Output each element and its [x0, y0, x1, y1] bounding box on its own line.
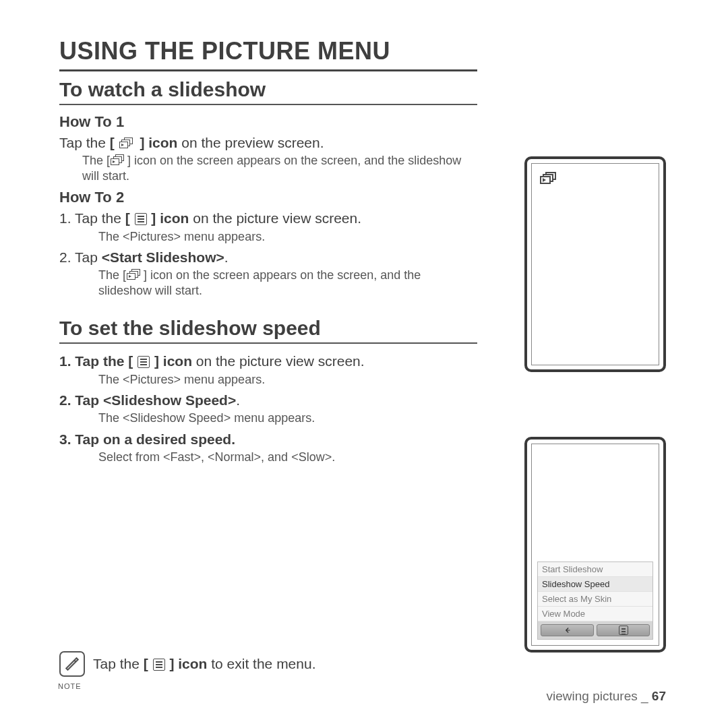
divider	[59, 342, 477, 344]
section-heading-speed: To set the slideshow speed	[59, 317, 477, 340]
howto-2-step-1-sub: The <Pictures> menu appears.	[98, 229, 477, 245]
page-title: USING THE PICTURE MENU	[59, 37, 477, 65]
note-icon	[59, 651, 85, 677]
speed-step-3: 3. Tap on a desired speed.	[59, 430, 477, 448]
note-label: NOTE	[58, 682, 82, 690]
howto-1-step: Tap the [ ] icon on the preview screen.	[59, 133, 477, 152]
back-arrow-icon	[563, 626, 572, 635]
list-menu-icon	[135, 213, 147, 225]
howto-2-step-1: 1. Tap the [ ] icon on the picture view …	[59, 209, 477, 227]
section-heading-slideshow: To watch a slideshow	[59, 78, 477, 101]
list-menu-icon	[138, 356, 150, 368]
divider	[59, 69, 477, 71]
menu-item-start-slideshow[interactable]: Start Slideshow	[538, 562, 653, 577]
speed-step-3-sub: Select from <Fast>, <Normal>, and <Slow>…	[98, 450, 477, 465]
howto-2-label: How To 2	[59, 189, 477, 206]
menu-item-view-mode[interactable]: View Mode	[538, 607, 653, 621]
howto-1-label: How To 1	[59, 113, 477, 131]
howto-1-sub: The [] icon on the screen appears on the…	[82, 153, 477, 183]
divider	[59, 104, 477, 105]
back-button[interactable]	[541, 624, 594, 636]
device-illustration-bottom: Start Slideshow Slideshow Speed Select a…	[524, 437, 666, 653]
slideshow-stack-icon	[119, 138, 135, 150]
speed-step-1: 1. Tap the [ ] icon on the picture view …	[59, 352, 477, 370]
list-menu-icon	[619, 626, 628, 635]
menu-item-slideshow-speed[interactable]: Slideshow Speed	[538, 577, 653, 592]
speed-step-2: 2. Tap <Slideshow Speed>.	[59, 391, 477, 409]
slideshow-stack-icon	[540, 172, 559, 187]
slideshow-stack-icon	[127, 269, 143, 281]
slideshow-stack-icon	[111, 154, 127, 166]
speed-step-1-sub: The <Pictures> menu appears.	[98, 372, 477, 388]
speed-step-2-sub: The <Slideshow Speed> menu appears.	[98, 411, 477, 426]
howto-2-step-2-sub: The [] icon on the screen appears on the…	[98, 268, 477, 298]
device-illustration-top	[524, 156, 666, 372]
list-menu-icon	[153, 659, 165, 671]
menu-button[interactable]	[597, 624, 650, 636]
page-footer: viewing pictures _ 67	[547, 689, 666, 704]
menu-item-select-as-my-skin[interactable]: Select as My Skin	[538, 592, 653, 607]
note-text: Tap the [ ] icon to exit the menu.	[93, 655, 316, 673]
howto-2-step-2: 2. Tap <Start Slideshow>.	[59, 248, 477, 266]
pictures-menu-popup: Start Slideshow Slideshow Speed Select a…	[537, 562, 653, 640]
